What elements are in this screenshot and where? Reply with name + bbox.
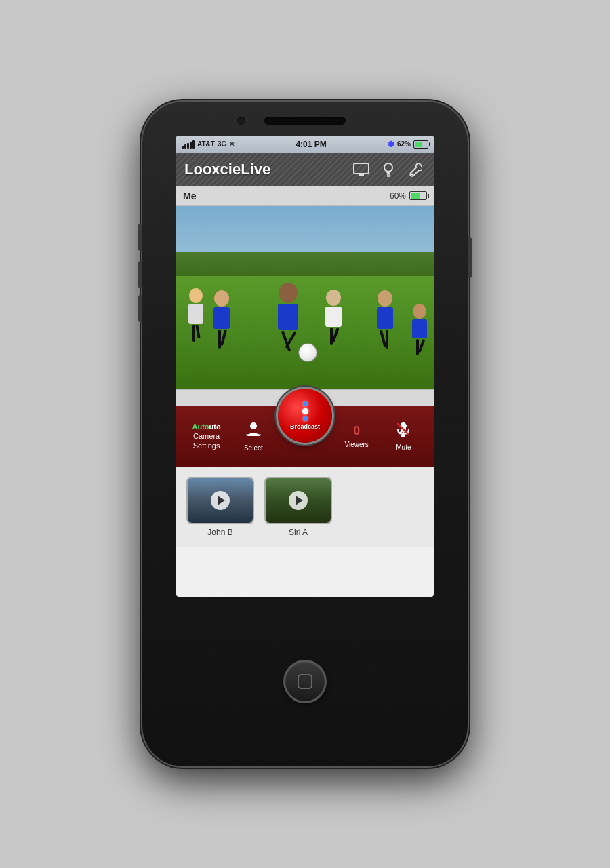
me-label: Me <box>183 191 196 201</box>
soccer-ball <box>298 343 317 362</box>
person-select-icon <box>245 420 262 441</box>
player-figure-3 <box>278 283 298 352</box>
select-control[interactable]: Select <box>230 420 277 452</box>
mute-label: Mute <box>396 443 411 452</box>
battery-icon <box>413 140 428 149</box>
signal-bars-icon <box>182 140 195 149</box>
camera-settings-label: CameraSettings <box>193 432 220 450</box>
speaker <box>264 117 346 125</box>
thumbnails-area: John B Siri A <box>176 467 434 547</box>
broadcast-label: Broadcast <box>290 423 320 430</box>
screen: AT&T 3G ✳ 4:01 PM ✱ 62% LooxcieLive <box>176 136 434 597</box>
svg-point-3 <box>384 163 392 172</box>
viewers-count: 0 <box>353 424 360 438</box>
tv-icon[interactable] <box>351 160 371 179</box>
time-label: 4:01 PM <box>296 140 326 149</box>
thumbnail-video-2[interactable] <box>264 477 332 524</box>
mute-icon <box>394 420 412 441</box>
home-button-icon <box>298 674 312 689</box>
select-label: Select <box>244 444 263 452</box>
player-figure-1 <box>188 288 203 342</box>
soccer-scene <box>176 206 434 389</box>
player-figure-5 <box>377 290 393 349</box>
thumbnail-video-1[interactable] <box>186 477 254 524</box>
network-label: 3G <box>218 140 226 148</box>
thumbnail-name-1: John B <box>207 528 232 537</box>
battery-fill <box>415 142 422 147</box>
bluetooth-icon: ✱ <box>388 140 394 149</box>
player-figure-4 <box>325 290 342 345</box>
status-left: AT&T 3G ✳ <box>182 140 235 149</box>
lightbulb-icon[interactable] <box>378 160 399 179</box>
loading-icon: ✳ <box>229 140 235 148</box>
play-button-1[interactable] <box>211 491 230 510</box>
svg-point-7 <box>250 422 257 429</box>
player-figure-6 <box>412 304 427 355</box>
home-button-area <box>283 597 327 766</box>
wrench-icon[interactable] <box>405 160 426 179</box>
play-button-2[interactable] <box>289 491 308 510</box>
thumbnail-siri-a[interactable]: Siri A <box>264 477 332 537</box>
battery-percent-label: 62% <box>397 140 411 148</box>
controls-bar: Autouto CameraSettings Select <box>176 406 434 467</box>
broadcast-button[interactable]: Broadcast <box>278 389 332 443</box>
svg-point-6 <box>411 174 413 176</box>
carrier-label: AT&T <box>197 140 215 148</box>
mute-control[interactable]: Mute <box>380 420 427 452</box>
viewers-control[interactable]: 0 Viewers <box>333 424 380 449</box>
svg-rect-0 <box>354 163 369 174</box>
thumbnail-name-2: Siri A <box>289 528 308 537</box>
me-battery-percent: 60% <box>390 191 406 201</box>
thumbnail-john-b[interactable]: John B <box>186 477 254 537</box>
me-bar: Me 60% <box>176 186 434 206</box>
status-right: ✱ 62% <box>388 140 428 149</box>
auto-label: Auto <box>192 422 209 431</box>
player-figure-2 <box>214 290 230 349</box>
broadcast-dots <box>302 401 308 421</box>
home-button[interactable] <box>283 660 327 703</box>
phone-shell: AT&T 3G ✳ 4:01 PM ✱ 62% LooxcieLive <box>142 102 468 766</box>
me-battery: 60% <box>390 191 427 201</box>
viewers-label: Viewers <box>344 441 368 449</box>
header-icons <box>351 160 426 179</box>
app-header: LooxcieLive <box>176 153 434 186</box>
app-title: LooxcieLive <box>184 161 270 178</box>
video-area <box>176 206 434 389</box>
svg-rect-1 <box>359 174 364 176</box>
me-battery-icon <box>409 191 427 200</box>
camera-settings-control[interactable]: Autouto CameraSettings <box>183 422 230 451</box>
status-bar: AT&T 3G ✳ 4:01 PM ✱ 62% <box>176 136 434 153</box>
